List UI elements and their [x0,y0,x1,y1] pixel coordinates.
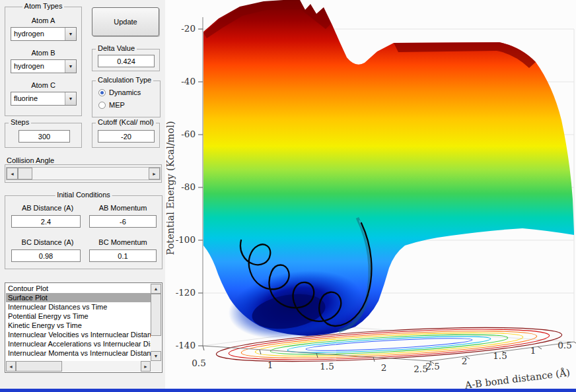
initial-conditions-title: Initial Conditions [55,191,112,199]
list-item[interactable]: Kinetic Energy vs Time [6,321,151,330]
delta-value-field[interactable] [98,55,155,67]
y-tick-label: -60 [181,129,196,139]
depth-tick-label: 2.5 [425,361,439,372]
update-button[interactable]: Update [92,7,159,36]
cutoff-title: Cutoff (Kcal/ mol) [96,118,156,126]
atom-c-label: Atom C [5,81,81,89]
dropdown-arrow-icon[interactable]: ▼ [65,92,76,105]
steps-field[interactable] [18,130,70,143]
y-axis-title: Potential Energy (Kcal/mol) [165,121,176,255]
listbox-hscroll-thumb[interactable] [16,361,62,372]
radio-dynamics-icon[interactable] [98,89,106,96]
ab-momentum-label: AB Momentum [89,204,157,212]
depth-tick-label: 0.5 [558,340,571,350]
y-tick-label: -120 [176,287,196,298]
app-window: Atom Types Atom A hydrogen ▼ Atom B hydr… [0,0,576,392]
list-item[interactable]: Internuclear Distances vs Time [6,302,151,311]
list-item[interactable]: Contour Plot [6,284,151,293]
list-item[interactable]: Internuclear Momenta vs Internuclear Dis… [6,348,151,358]
bc-momentum-field[interactable] [89,249,157,262]
list-item[interactable]: Potential Energy vs Time [6,311,151,321]
bc-distance-label: BC Distance (A) [11,238,85,246]
dropdown-arrow-icon[interactable]: ▼ [65,28,76,40]
atom-b-dropdown[interactable]: hydrogen ▼ [11,59,77,73]
scrollbar-corner [151,361,161,372]
scroll-left-icon[interactable]: ◄ [6,361,16,372]
y-tick-label: -100 [176,234,196,245]
collision-angle-thumb[interactable] [18,168,32,180]
initial-conditions-panel: Initial Conditions AB Distance (A) AB Mo… [5,195,162,269]
scroll-up-icon[interactable]: ▲ [151,284,161,294]
scroll-right-icon[interactable]: ► [141,361,151,372]
x-tick-label: 1.5 [320,361,334,372]
bc-distance-field[interactable] [11,249,81,262]
bc-momentum-label: BC Momentum [89,238,157,246]
list-item[interactable]: Internuclear Velocities vs Internuclear … [6,330,151,339]
calculation-type-title: Calculation Type [96,76,153,84]
scroll-down-icon[interactable]: ▼ [151,351,161,361]
radio-mep-icon[interactable] [98,102,106,109]
cutoff-field[interactable] [98,130,155,143]
calculation-type-panel: Calculation Type Dynamics MEP [92,81,161,117]
cutoff-panel: Cutoff (Kcal/ mol) [92,123,160,148]
dropdown-arrow-icon[interactable]: ▼ [65,60,76,73]
x-tick-label: 0.5 [192,358,205,368]
ab-distance-label: AB Distance (A) [11,204,85,212]
x-tick-label: 1 [268,360,273,370]
depth-tick-label: 1.5 [493,350,507,361]
depth-tick-label: 1 [530,345,536,356]
listbox-horizontal-scrollbar[interactable]: ◄ ► [6,361,151,372]
list-item[interactable]: Internuclear Accelerations vs Internucle… [6,339,151,348]
scroll-left-icon[interactable]: ◄ [7,168,18,180]
radio-mep-label: MEP [109,101,125,109]
delta-value-panel: Delta Value [92,49,160,71]
plot-type-items: Contour Plot Surface Plot Internuclear D… [6,284,151,361]
y-tick-label: -20 [181,23,196,34]
ab-momentum-field[interactable] [89,215,157,228]
y-tick-label: -80 [181,181,196,192]
ab-distance-field[interactable] [11,215,81,228]
list-item[interactable]: Surface Plot [6,293,151,302]
pes-surface-plot: -20 -40 -60 -80 -100 -120 -140 0.5 1 1.5… [165,0,576,392]
atom-a-dropdown[interactable]: hydrogen ▼ [11,27,77,41]
listbox-vertical-scrollbar[interactable]: ▲ ▼ [151,284,161,361]
atom-b-value: hydrogen [11,60,65,73]
collision-angle-slider-panel: ◄ ► [5,164,162,183]
listbox-vscroll-thumb[interactable] [151,294,161,336]
steps-title: Steps [9,118,31,126]
collision-angle-label: Collision Angle [7,156,54,164]
y-tick-label: -140 [176,340,196,350]
radio-dynamics-label: Dynamics [109,88,141,96]
x-tick-label: 2 [381,362,387,373]
depth-tick-label: 2 [462,356,468,366]
window-bottom-accent-bar [0,389,576,392]
atom-b-label: Atom B [5,49,81,57]
atom-c-dropdown[interactable]: fluorine ▼ [11,92,77,106]
radio-dynamics[interactable]: Dynamics [98,88,141,96]
steps-panel: Steps [5,123,82,148]
plot-type-listbox[interactable]: Contour Plot Surface Plot Internuclear D… [5,282,162,373]
atom-types-panel: Atom Types Atom A hydrogen ▼ Atom B hydr… [5,7,82,116]
y-tick-label: -40 [181,76,196,86]
atom-a-label: Atom A [5,16,81,24]
atom-c-value: fluorine [11,92,65,105]
figure-area: -20 -40 -60 -80 -100 -120 -140 0.5 1 1.5… [165,0,576,392]
atom-a-value: hydrogen [11,28,65,40]
radio-mep[interactable]: MEP [98,101,125,109]
delta-value-title: Delta Value [96,44,137,52]
atom-types-title: Atom Types [22,2,65,10]
scroll-right-icon[interactable]: ► [149,168,160,180]
collision-angle-scrollbar[interactable]: ◄ ► [6,167,161,180]
